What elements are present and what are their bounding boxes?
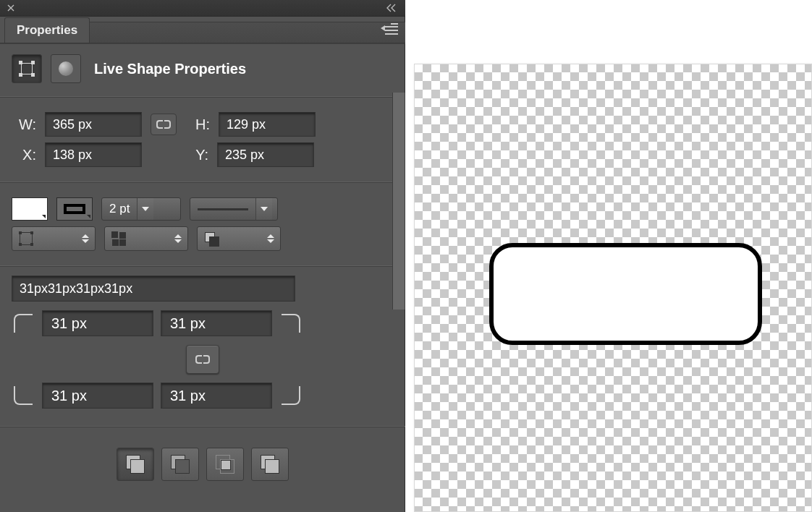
y-input[interactable]: 235 px	[217, 142, 314, 167]
unite-icon	[126, 455, 145, 474]
live-shape-rectangle[interactable]	[489, 243, 762, 345]
pathfinder-unite-button[interactable]	[117, 448, 154, 481]
collapse-icon[interactable]	[386, 4, 399, 12]
canvas[interactable]	[414, 64, 812, 512]
shape-bounds-toggle[interactable]	[12, 54, 42, 83]
link-dimensions-button[interactable]	[151, 114, 177, 135]
stroke-weight-value: 2 pt	[102, 202, 137, 216]
pathfinder-subtract-button[interactable]	[161, 448, 199, 481]
stroke-align-dropdown[interactable]	[104, 226, 188, 251]
header-section: Live Shape Properties	[0, 43, 405, 97]
chain-icon	[195, 355, 210, 364]
flyout-menu-lines-icon[interactable]	[379, 22, 398, 35]
solid-line-icon	[198, 208, 248, 210]
stepper-icon	[266, 234, 276, 243]
pathfinder-intersect-button[interactable]	[206, 448, 244, 481]
exclude-icon	[261, 455, 279, 474]
stroke-bounds-icon	[18, 231, 34, 247]
corner-tr-input[interactable]: 31 px	[161, 310, 272, 336]
stroke-style-dropdown[interactable]	[190, 197, 278, 221]
width-label: W:	[12, 116, 36, 133]
chain-icon	[156, 120, 171, 129]
stroke-weight-dropdown[interactable]: 2 pt	[101, 197, 181, 221]
pathfinder-section	[0, 427, 405, 503]
panel-tabstrip: Properties	[0, 17, 405, 43]
tab-properties[interactable]: Properties	[4, 17, 90, 43]
close-icon[interactable]	[6, 3, 16, 13]
path-overlap-icon	[203, 231, 219, 247]
x-input[interactable]: 138 px	[45, 142, 142, 167]
corner-br-icon[interactable]	[279, 384, 303, 407]
stepper-icon	[173, 234, 183, 243]
document-area	[405, 0, 812, 512]
panel-scrollbar[interactable]	[392, 93, 405, 310]
corner-tl-input[interactable]: 31 px	[42, 310, 153, 336]
intersect-icon	[216, 455, 234, 474]
corner-radius-summary[interactable]: 31px31px31px31px	[12, 276, 295, 302]
mask-icon	[59, 61, 73, 76]
panel-titlebar	[0, 0, 405, 17]
stroke-options-dropdown[interactable]	[12, 226, 96, 251]
x-label: X:	[12, 147, 36, 163]
fill-swatch[interactable]	[12, 197, 48, 221]
stepper-icon	[80, 234, 90, 243]
chevron-down-icon	[137, 198, 153, 220]
corner-tl-icon[interactable]	[12, 312, 35, 335]
corner-tr-icon[interactable]	[279, 312, 303, 335]
link-corners-button[interactable]	[186, 345, 219, 374]
stroke-align-icon	[111, 231, 127, 247]
stroke-swatch[interactable]	[56, 197, 93, 221]
height-input[interactable]: 129 px	[219, 112, 316, 137]
width-input[interactable]: 365 px	[45, 112, 142, 137]
bounding-box-icon	[19, 61, 35, 77]
corner-bl-icon[interactable]	[12, 384, 35, 407]
corner-br-input[interactable]: 31 px	[161, 383, 272, 409]
mask-mode-toggle[interactable]	[51, 54, 81, 83]
panel-title: Live Shape Properties	[94, 61, 246, 77]
properties-panel: Properties Live Shape Properties W:	[0, 0, 405, 512]
appearance-section: 2 pt	[0, 182, 405, 266]
pathfinder-exclude-button[interactable]	[251, 448, 289, 481]
height-label: H:	[185, 116, 210, 133]
corner-radius-section: 31px31px31px31px 31 px 31 px 31 px 31 px	[0, 266, 405, 427]
subtract-icon	[171, 455, 190, 474]
y-label: Y:	[184, 147, 208, 163]
corner-bl-input[interactable]: 31 px	[42, 383, 153, 409]
dimensions-section: W: 365 px H: 129 px X: 138 px Y: 235 px	[0, 97, 405, 182]
path-operations-dropdown[interactable]	[197, 226, 281, 251]
chevron-down-icon	[255, 198, 272, 220]
